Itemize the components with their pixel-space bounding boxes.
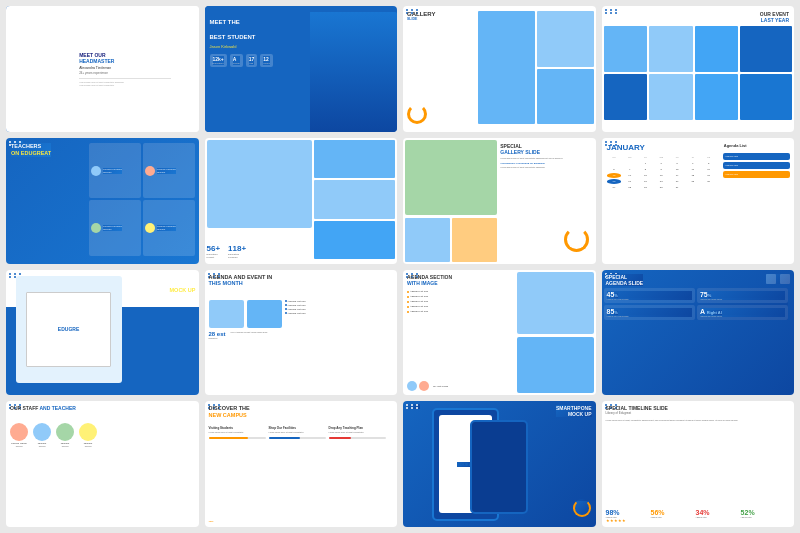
slide-agenda-image: AGENDA SECTION WITH IMAGE Agenda List In… <box>403 270 596 396</box>
stat-card-1: 75% Agenda Info lorem ipsum <box>697 288 788 303</box>
stat-3: 12 Score <box>260 54 273 67</box>
student-content: MEET THE BEST STUDENT Jason Kirkwald 12k… <box>205 6 311 132</box>
circle-decoration <box>407 104 427 124</box>
slide-title: DISCOVER THE <box>209 405 250 412</box>
agenda-img-0 <box>209 300 244 328</box>
teacher-card-0: Thomas KirkwaldTeacher <box>89 143 141 199</box>
slide-title-line2: MOCK UP <box>170 287 196 293</box>
teacher-grid: Thomas KirkwaldTeacher Thomas KirkwaldTe… <box>89 143 195 256</box>
group-stats: 56+ EducationProject 118+ EducationProgr… <box>207 244 247 259</box>
item-0-text: Agenda List Info <box>410 290 428 293</box>
agenda-list-item-0: Agenda List Info <box>285 300 386 303</box>
staff-role-2: Teacher <box>61 445 68 447</box>
slide-title: MEET THE <box>210 19 306 26</box>
gallery-title-area: SPECIAL GALLERY SLIDE Lorem ipsum dolor … <box>497 140 593 171</box>
staff-item-1: Teacher Teacher <box>33 423 51 447</box>
cal-day-31: 31 <box>670 185 685 190</box>
cal-header-mo: Mo <box>622 155 637 160</box>
cal-day-13-highlight: 13 <box>607 173 622 178</box>
bullet-1 <box>285 304 287 306</box>
item-text-2: Agenda List Info <box>288 308 306 311</box>
bullet-4 <box>407 311 409 313</box>
headmaster-name: Alexandra Tiedeman <box>79 66 194 70</box>
bullet-2 <box>407 301 409 303</box>
event-img-3 <box>604 74 648 120</box>
agenda-title: Agenda List <box>721 140 792 151</box>
stat-num-0: 45% <box>607 291 692 298</box>
cal-day-10: 10 <box>670 167 685 172</box>
staff-role-3: Teacher <box>84 445 91 447</box>
gallery-right-content: SPECIAL GALLERY SLIDE Lorem ipsum dolor … <box>497 140 593 261</box>
slide-title2: WITH IMAGE <box>407 280 452 286</box>
timeline-title-area: SPECIAL TIMELINE SLIDE Library of Edugre… <box>606 405 668 415</box>
side-card-0 <box>740 26 792 72</box>
slide-title: OUR STAFF AND TEACHER <box>10 405 76 411</box>
bullet-3 <box>407 306 409 308</box>
agenda-main-img <box>517 272 594 335</box>
agenda-item-1: Agenda Info <box>723 162 790 169</box>
icon-1 <box>780 274 790 284</box>
staff-item-0: Person Name Teacher <box>10 423 28 447</box>
cal-empty-0 <box>607 161 622 166</box>
agenda-item-2: Agenda Info <box>723 171 790 178</box>
stat-label-0: Education <box>213 62 224 65</box>
stat-num-3: A Right Al <box>700 308 785 315</box>
slide-agenda-event: AGENDA AND EVENT IN THIS MONTH Agenda Li… <box>205 270 398 396</box>
col-text-0: Lorem ipsum dolor sit amet consectetur <box>209 431 266 434</box>
list-item-3: Agenda List Info <box>407 305 513 308</box>
stat-label-3: Agenda Title <box>741 516 783 518</box>
agenda-list: Agenda List Info Agenda List Info Agenda… <box>407 290 513 315</box>
agenda-title-area: AGENDA AND EVENT IN THIS MONTH <box>209 274 273 287</box>
cal-day-7: 7 <box>622 167 637 172</box>
event-img-0 <box>604 26 648 72</box>
stat-label-0: Education <box>209 337 226 339</box>
slide-title: AGENDA SECTION <box>407 274 452 280</box>
agenda-list: Agenda List Agenda Info Agenda Info Agen… <box>721 140 792 261</box>
corner-decoration <box>605 9 619 14</box>
staff-row: Person Name Teacher Teacher Teacher Teac… <box>10 423 97 447</box>
corner-decoration <box>406 404 420 409</box>
title-line2: MOCK UP <box>568 411 592 417</box>
stat-item-1: 56% Agenda Title <box>651 509 693 523</box>
agenda-list-item-3: Agenda List Info <box>285 312 386 315</box>
cal-day-25: 25 <box>685 179 700 184</box>
teacher-info-0: Thomas KirkwaldTeacher <box>103 168 122 174</box>
event-img-1 <box>649 26 693 72</box>
avatar-0 <box>407 381 417 391</box>
agenda-stats: 28 est Education 00:01 Agenda & Event Lo… <box>209 331 386 339</box>
cal-day-2: 2 <box>654 161 669 166</box>
campus-title-area: DISCOVER THE NEW CAMPUS <box>209 405 250 418</box>
bullet-1 <box>407 296 409 298</box>
side-img-2 <box>314 221 395 259</box>
gallery-link: Architecture Accounting on Edugreat <box>500 162 590 165</box>
cal-day-30: 30 <box>654 185 669 190</box>
stat-label-0: EducationProject <box>207 253 221 259</box>
stat-label-1: Agenda Title <box>651 516 693 518</box>
progress-fill-2 <box>329 437 352 439</box>
bottom-img-0 <box>405 218 450 262</box>
progress-bar-0 <box>209 437 266 439</box>
stat-grid: 45% Agenda Info lorem ipsum 75% Agenda I… <box>604 288 789 320</box>
circle-decoration <box>573 499 591 517</box>
event-img-2 <box>695 26 739 72</box>
cal-day-14: 14 <box>622 173 637 178</box>
cal-day-23: 23 <box>654 179 669 184</box>
stat-0: 12k+ Education <box>210 54 227 67</box>
laptop-screen: EDUGRE <box>26 292 111 367</box>
agenda-bottom-img <box>517 337 594 394</box>
icon-0 <box>766 274 776 284</box>
slide-title: SPECIAL AGENDA SLIDE <box>606 274 644 286</box>
teacher-avatar-0 <box>91 166 101 176</box>
student-name: Jason Kirkwald <box>210 44 306 49</box>
cal-header-we: We <box>654 155 669 160</box>
cal-day-17: 17 <box>670 173 685 178</box>
col-title-2: Drop Any Teaching Plan <box>329 426 386 430</box>
slide-new-campus: DISCOVER THE NEW CAMPUS Visiting Student… <box>205 401 398 527</box>
cal-day-22: 22 <box>638 179 653 184</box>
timeline-description: Lorem ipsum dolor sit amet, consectetur … <box>606 419 779 422</box>
timeline-stats: 98% Agenda Title ★★★★★ 56% Agenda Title … <box>606 509 783 523</box>
stat-card-0: 45% Agenda Info lorem ipsum <box>604 288 695 303</box>
teacher-card-1: Thomas KirkwaldTeacher <box>143 143 195 199</box>
staff-avatars: 4k+ Multi-Course <box>407 381 448 391</box>
agenda-item-0: Agenda Info <box>723 153 790 160</box>
